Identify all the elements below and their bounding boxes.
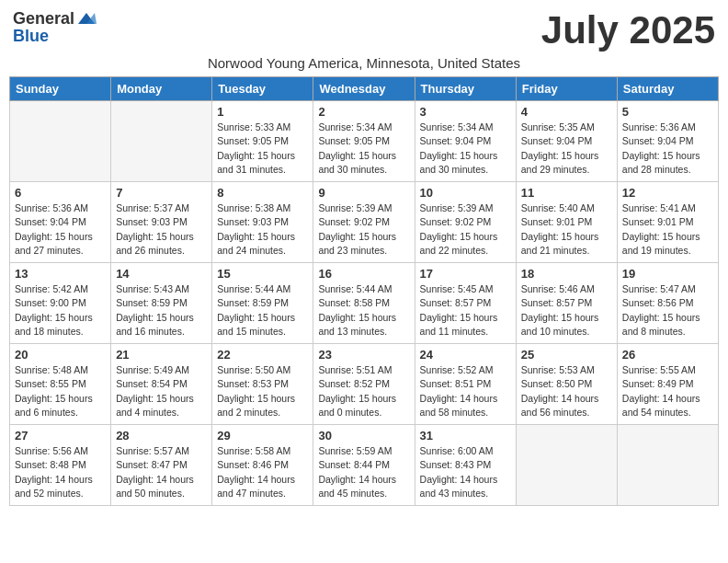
day-number: 18 — [521, 267, 612, 281]
day-number: 10 — [420, 186, 511, 200]
calendar-cell: 23Sunrise: 5:51 AM Sunset: 8:52 PM Dayli… — [313, 344, 415, 425]
day-number: 22 — [217, 348, 308, 362]
col-header-thursday: Thursday — [415, 77, 516, 101]
day-number: 26 — [622, 348, 713, 362]
day-number: 4 — [521, 105, 612, 119]
day-number: 15 — [217, 267, 308, 281]
day-number: 28 — [116, 429, 207, 442]
logo-blue: Blue — [13, 27, 49, 46]
cell-content: Sunrise: 5:33 AM Sunset: 9:05 PM Dayligh… — [217, 121, 308, 177]
cell-content: Sunrise: 5:43 AM Sunset: 8:59 PM Dayligh… — [116, 282, 207, 339]
day-number: 3 — [420, 105, 511, 119]
cell-content: Sunrise: 5:45 AM Sunset: 8:57 PM Dayligh… — [420, 282, 511, 339]
calendar-cell: 20Sunrise: 5:48 AM Sunset: 8:55 PM Dayli… — [10, 344, 111, 425]
calendar-cell — [10, 101, 111, 182]
calendar-cell: 5Sunrise: 5:36 AM Sunset: 9:04 PM Daylig… — [617, 101, 718, 182]
cell-content: Sunrise: 5:48 AM Sunset: 8:55 PM Dayligh… — [15, 363, 106, 419]
calendar-cell: 25Sunrise: 5:53 AM Sunset: 8:50 PM Dayli… — [516, 344, 617, 425]
month-title: July 2025 — [541, 9, 715, 52]
calendar-cell — [617, 425, 718, 506]
day-number: 2 — [318, 105, 409, 119]
day-number: 5 — [622, 105, 713, 119]
day-number: 6 — [15, 186, 106, 200]
cell-content: Sunrise: 5:51 AM Sunset: 8:52 PM Dayligh… — [318, 363, 409, 419]
day-number: 20 — [15, 348, 106, 362]
cell-content: Sunrise: 5:38 AM Sunset: 9:03 PM Dayligh… — [217, 201, 308, 258]
cell-content: Sunrise: 5:41 AM Sunset: 9:01 PM Dayligh… — [622, 201, 713, 258]
calendar-cell: 10Sunrise: 5:39 AM Sunset: 9:02 PM Dayli… — [415, 182, 516, 263]
day-number: 16 — [318, 267, 409, 281]
day-number: 14 — [116, 267, 207, 281]
logo-icon — [76, 11, 97, 28]
cell-content: Sunrise: 5:36 AM Sunset: 9:04 PM Dayligh… — [622, 121, 713, 177]
calendar-cell: 3Sunrise: 5:34 AM Sunset: 9:04 PM Daylig… — [415, 101, 516, 182]
cell-content: Sunrise: 5:52 AM Sunset: 8:51 PM Dayligh… — [420, 363, 511, 419]
calendar-cell: 21Sunrise: 5:49 AM Sunset: 8:54 PM Dayli… — [111, 344, 212, 425]
cell-content: Sunrise: 5:44 AM Sunset: 8:58 PM Dayligh… — [318, 282, 409, 339]
calendar-cell — [516, 425, 617, 506]
cell-content: Sunrise: 5:56 AM Sunset: 8:48 PM Dayligh… — [15, 444, 106, 500]
cell-content: Sunrise: 5:58 AM Sunset: 8:46 PM Dayligh… — [217, 444, 308, 500]
cell-content: Sunrise: 5:39 AM Sunset: 9:02 PM Dayligh… — [318, 201, 409, 258]
calendar-cell: 22Sunrise: 5:50 AM Sunset: 8:53 PM Dayli… — [212, 344, 313, 425]
day-number: 1 — [217, 105, 308, 119]
day-number: 19 — [622, 267, 713, 281]
calendar-cell: 14Sunrise: 5:43 AM Sunset: 8:59 PM Dayli… — [111, 263, 212, 344]
calendar-cell: 17Sunrise: 5:45 AM Sunset: 8:57 PM Dayli… — [415, 263, 516, 344]
calendar-cell: 19Sunrise: 5:47 AM Sunset: 8:56 PM Dayli… — [617, 263, 718, 344]
calendar-cell: 27Sunrise: 5:56 AM Sunset: 8:48 PM Dayli… — [10, 425, 111, 506]
day-number: 11 — [521, 186, 612, 200]
col-header-monday: Monday — [111, 77, 212, 101]
cell-content: Sunrise: 5:37 AM Sunset: 9:03 PM Dayligh… — [116, 201, 207, 258]
calendar-cell: 2Sunrise: 5:34 AM Sunset: 9:05 PM Daylig… — [313, 101, 415, 182]
cell-content: Sunrise: 5:53 AM Sunset: 8:50 PM Dayligh… — [521, 363, 612, 419]
day-number: 27 — [15, 429, 106, 442]
calendar-cell: 7Sunrise: 5:37 AM Sunset: 9:03 PM Daylig… — [111, 182, 212, 263]
day-number: 23 — [318, 348, 409, 362]
col-header-tuesday: Tuesday — [212, 77, 313, 101]
cell-content: Sunrise: 5:40 AM Sunset: 9:01 PM Dayligh… — [521, 201, 612, 258]
cell-content: Sunrise: 5:34 AM Sunset: 9:05 PM Dayligh… — [318, 121, 409, 177]
day-number: 13 — [15, 267, 106, 281]
cell-content: Sunrise: 5:47 AM Sunset: 8:56 PM Dayligh… — [622, 282, 713, 339]
calendar-cell: 26Sunrise: 5:55 AM Sunset: 8:49 PM Dayli… — [617, 344, 718, 425]
day-number: 21 — [116, 348, 207, 362]
calendar-cell: 30Sunrise: 5:59 AM Sunset: 8:44 PM Dayli… — [313, 425, 415, 506]
calendar-cell: 4Sunrise: 5:35 AM Sunset: 9:04 PM Daylig… — [516, 101, 617, 182]
col-header-sunday: Sunday — [10, 77, 111, 101]
cell-content: Sunrise: 5:36 AM Sunset: 9:04 PM Dayligh… — [15, 201, 106, 258]
calendar-cell: 28Sunrise: 5:57 AM Sunset: 8:47 PM Dayli… — [111, 425, 212, 506]
cell-content: Sunrise: 5:49 AM Sunset: 8:54 PM Dayligh… — [116, 363, 207, 419]
calendar-cell: 8Sunrise: 5:38 AM Sunset: 9:03 PM Daylig… — [212, 182, 313, 263]
calendar-cell: 18Sunrise: 5:46 AM Sunset: 8:57 PM Dayli… — [516, 263, 617, 344]
cell-content: Sunrise: 5:57 AM Sunset: 8:47 PM Dayligh… — [116, 444, 207, 500]
cell-content: Sunrise: 5:39 AM Sunset: 9:02 PM Dayligh… — [420, 201, 511, 258]
calendar-table: SundayMondayTuesdayWednesdayThursdayFrid… — [9, 76, 719, 506]
calendar-cell: 29Sunrise: 5:58 AM Sunset: 8:46 PM Dayli… — [212, 425, 313, 506]
day-number: 31 — [420, 429, 511, 442]
calendar-cell: 15Sunrise: 5:44 AM Sunset: 8:59 PM Dayli… — [212, 263, 313, 344]
cell-content: Sunrise: 5:42 AM Sunset: 9:00 PM Dayligh… — [15, 282, 106, 339]
calendar-cell: 13Sunrise: 5:42 AM Sunset: 9:00 PM Dayli… — [10, 263, 111, 344]
col-header-saturday: Saturday — [617, 77, 718, 101]
col-header-wednesday: Wednesday — [313, 77, 415, 101]
location-title: Norwood Young America, Minnesota, United… — [9, 55, 719, 71]
cell-content: Sunrise: 6:00 AM Sunset: 8:43 PM Dayligh… — [420, 444, 511, 500]
cell-content: Sunrise: 5:34 AM Sunset: 9:04 PM Dayligh… — [420, 121, 511, 177]
cell-content: Sunrise: 5:44 AM Sunset: 8:59 PM Dayligh… — [217, 282, 308, 339]
col-header-friday: Friday — [516, 77, 617, 101]
calendar-cell: 31Sunrise: 6:00 AM Sunset: 8:43 PM Dayli… — [415, 425, 516, 506]
calendar-cell — [111, 101, 212, 182]
calendar-cell: 1Sunrise: 5:33 AM Sunset: 9:05 PM Daylig… — [212, 101, 313, 182]
page-header: General Blue July 2025 — [9, 9, 719, 52]
calendar-cell: 11Sunrise: 5:40 AM Sunset: 9:01 PM Dayli… — [516, 182, 617, 263]
day-number: 8 — [217, 186, 308, 200]
cell-content: Sunrise: 5:46 AM Sunset: 8:57 PM Dayligh… — [521, 282, 612, 339]
calendar-cell: 9Sunrise: 5:39 AM Sunset: 9:02 PM Daylig… — [313, 182, 415, 263]
calendar-cell: 6Sunrise: 5:36 AM Sunset: 9:04 PM Daylig… — [10, 182, 111, 263]
day-number: 25 — [521, 348, 612, 362]
day-number: 17 — [420, 267, 511, 281]
day-number: 7 — [116, 186, 207, 200]
cell-content: Sunrise: 5:50 AM Sunset: 8:53 PM Dayligh… — [217, 363, 308, 419]
calendar-cell: 24Sunrise: 5:52 AM Sunset: 8:51 PM Dayli… — [415, 344, 516, 425]
